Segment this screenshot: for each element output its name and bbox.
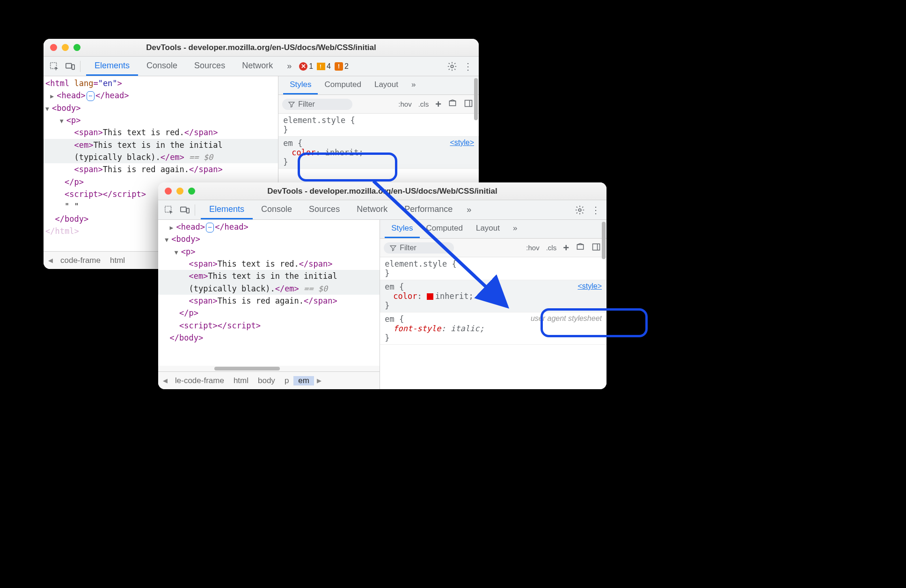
- svg-point-10: [578, 209, 581, 211]
- rule-source-link[interactable]: <style>: [577, 282, 602, 290]
- device-icon[interactable]: [63, 59, 77, 73]
- styles-filter-input[interactable]: Filter: [384, 242, 454, 254]
- tab-console[interactable]: Console: [138, 57, 186, 76]
- breadcrumb-item-selected[interactable]: em: [293, 376, 314, 385]
- device-icon[interactable]: [178, 203, 192, 217]
- titlebar: DevTools - developer.mozilla.org/en-US/d…: [44, 39, 479, 57]
- head-tag[interactable]: <head>: [57, 91, 85, 100]
- tab-elements[interactable]: Elements: [86, 57, 138, 76]
- css-value[interactable]: inherit: [325, 148, 359, 157]
- subtab-styles[interactable]: Styles: [283, 76, 318, 94]
- error-badge[interactable]: ✕1: [299, 62, 313, 71]
- hov-toggle[interactable]: :hov: [396, 99, 413, 109]
- tab-sources[interactable]: Sources: [300, 200, 348, 219]
- issue-badge[interactable]: !2: [335, 62, 349, 71]
- subtab-computed[interactable]: Computed: [420, 220, 469, 238]
- expand-icon[interactable]: ▶: [50, 92, 56, 101]
- element-style-rule[interactable]: element.style {: [283, 116, 474, 125]
- minimize-window-button[interactable]: [62, 44, 69, 51]
- svg-rect-9: [187, 208, 190, 213]
- kebab-icon[interactable]: ⋮: [589, 203, 603, 217]
- main-toolbar: Elements Console Sources Network Perform…: [158, 200, 606, 220]
- breadcrumb-item[interactable]: code-frame: [56, 256, 105, 265]
- subtab-computed[interactable]: Computed: [318, 76, 367, 94]
- subtab-layout[interactable]: Layout: [469, 220, 506, 238]
- more-tabs-icon[interactable]: »: [282, 59, 296, 73]
- tab-performance[interactable]: Performance: [396, 200, 461, 219]
- selected-dom-node[interactable]: <em>This text is in the initial: [44, 139, 278, 151]
- selected-dom-node[interactable]: <em>This text is in the initial: [158, 270, 380, 282]
- close-window-button[interactable]: [50, 44, 57, 51]
- breadcrumb-prev-icon[interactable]: ◀: [45, 257, 56, 264]
- ellipsis-badge[interactable]: ⋯: [87, 91, 95, 101]
- window-title: DevTools - developer.mozilla.org/en-US/d…: [44, 43, 479, 52]
- svg-point-3: [451, 65, 453, 68]
- svg-rect-2: [72, 65, 75, 69]
- titlebar: DevTools - developer.mozilla.org/en-US/d…: [158, 182, 606, 200]
- breadcrumb-next-icon[interactable]: ▶: [314, 377, 324, 384]
- maximize-window-button[interactable]: [73, 44, 80, 51]
- warning-badge[interactable]: 4: [317, 62, 331, 71]
- more-subtabs-icon[interactable]: »: [405, 76, 422, 94]
- more-tabs-icon[interactable]: »: [462, 203, 476, 217]
- head-tag[interactable]: <head>: [176, 222, 205, 232]
- inspect-icon[interactable]: [47, 59, 61, 73]
- body-tag[interactable]: <body>: [52, 103, 80, 113]
- cls-toggle[interactable]: .cls: [544, 243, 559, 253]
- css-property[interactable]: color: [292, 148, 315, 157]
- expand-icon[interactable]: ▶: [169, 223, 175, 232]
- css-property[interactable]: color: [393, 291, 417, 301]
- tab-sources[interactable]: Sources: [186, 57, 234, 76]
- inspect-icon[interactable]: [162, 203, 176, 217]
- svg-rect-4: [449, 101, 455, 106]
- tab-network[interactable]: Network: [348, 200, 396, 219]
- css-value[interactable]: inherit: [435, 291, 469, 301]
- breadcrumb-item[interactable]: html: [105, 256, 130, 265]
- more-subtabs-icon[interactable]: »: [506, 220, 524, 238]
- collapse-icon[interactable]: ▼: [45, 104, 51, 114]
- gear-icon[interactable]: [573, 203, 587, 217]
- color-swatch-icon[interactable]: [427, 293, 433, 300]
- rule-source-link[interactable]: <style>: [450, 138, 474, 147]
- p-tag[interactable]: <p>: [181, 247, 196, 256]
- breadcrumb-item[interactable]: body: [253, 376, 280, 385]
- breadcrumb-item[interactable]: html: [229, 376, 253, 385]
- css-property: font-style: [393, 324, 441, 333]
- subtab-styles[interactable]: Styles: [385, 220, 419, 238]
- hov-toggle[interactable]: :hov: [524, 243, 541, 253]
- maximize-window-button[interactable]: [188, 188, 195, 195]
- svg-rect-5: [465, 100, 472, 106]
- svg-rect-11: [577, 245, 583, 249]
- styles-filter-input[interactable]: Filter: [282, 99, 352, 110]
- css-rule-em[interactable]: em {: [385, 282, 602, 291]
- new-rule-icon[interactable]: +: [561, 241, 571, 255]
- element-style-rule[interactable]: element.style {: [385, 259, 602, 269]
- collapse-icon[interactable]: ▼: [60, 116, 66, 126]
- breadcrumb-item[interactable]: p: [280, 376, 293, 385]
- cls-toggle[interactable]: .cls: [416, 99, 431, 109]
- breadcrumb-item[interactable]: le-code-frame: [170, 376, 229, 385]
- ellipsis-badge[interactable]: ⋯: [206, 223, 214, 232]
- minimize-window-button[interactable]: [176, 188, 183, 195]
- devtools-window-after: DevTools - developer.mozilla.org/en-US/d…: [158, 182, 606, 389]
- breadcrumb-prev-icon[interactable]: ◀: [160, 377, 170, 384]
- close-window-button[interactable]: [165, 188, 172, 195]
- gear-icon[interactable]: [445, 59, 459, 73]
- css-rule-em[interactable]: em {: [283, 138, 474, 148]
- html-tag[interactable]: <html lang="en">: [45, 79, 122, 88]
- tab-elements[interactable]: Elements: [201, 200, 253, 219]
- body-tag[interactable]: <body>: [171, 234, 200, 244]
- computed-toggle-icon[interactable]: [446, 98, 459, 110]
- new-rule-icon[interactable]: +: [433, 97, 443, 111]
- tab-network[interactable]: Network: [234, 57, 281, 76]
- collapse-icon[interactable]: ▼: [165, 235, 170, 245]
- collapse-icon[interactable]: ▼: [175, 248, 180, 257]
- computed-toggle-icon[interactable]: [574, 241, 587, 254]
- selected-node-indicator: == $0: [299, 284, 328, 293]
- p-tag[interactable]: <p>: [66, 116, 81, 125]
- main-toolbar: Elements Console Sources Network » ✕1 4 …: [44, 57, 479, 76]
- kebab-icon[interactable]: ⋮: [461, 59, 475, 73]
- tab-console[interactable]: Console: [253, 200, 300, 219]
- filter-icon: [389, 244, 397, 252]
- subtab-layout[interactable]: Layout: [368, 76, 405, 94]
